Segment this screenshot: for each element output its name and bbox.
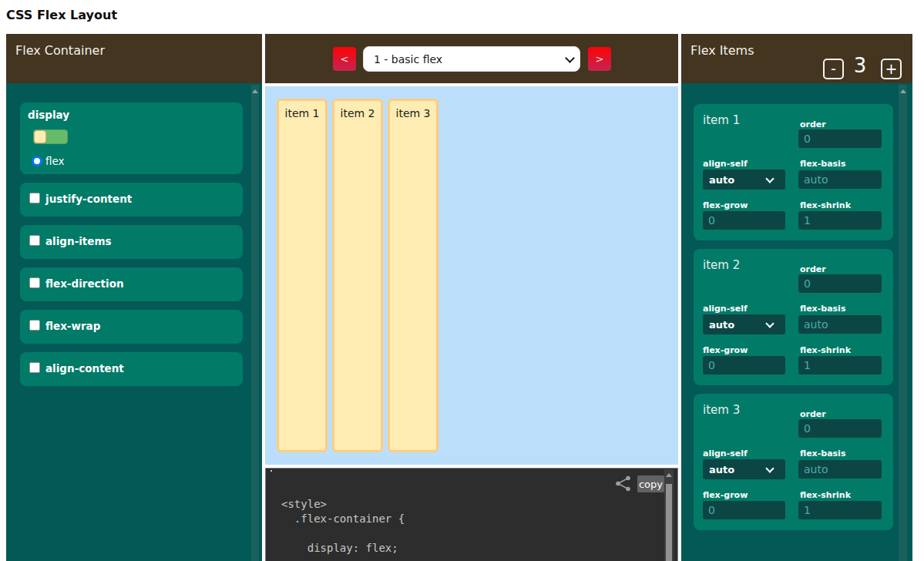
flex-basis-label: flex-basis bbox=[800, 159, 845, 169]
right-panel-scrollbar[interactable] bbox=[899, 85, 907, 561]
code-block: <style> .flex-container { display: flex; bbox=[281, 497, 405, 556]
display-card: display flex bbox=[20, 102, 243, 174]
flex-container-preview: item 1 item 2 item 3 bbox=[265, 86, 678, 465]
item-count: 3 bbox=[845, 54, 875, 77]
order-label: order bbox=[800, 119, 826, 129]
code-scrollbar-thumb[interactable] bbox=[666, 484, 672, 561]
item-1-name: item 1 bbox=[703, 113, 740, 127]
add-item-button[interactable]: + bbox=[881, 59, 902, 79]
align-items-label: align-items bbox=[45, 235, 112, 247]
code-scrollbar[interactable] bbox=[664, 469, 674, 561]
flex-direction-card: flex-direction bbox=[20, 267, 243, 301]
flex-direction-label: flex-direction bbox=[45, 277, 124, 290]
flex-items-panel-title: Flex Items bbox=[690, 43, 754, 58]
align-self-label: align-self bbox=[703, 448, 748, 459]
align-content-label: align-content bbox=[45, 362, 124, 375]
align-self-label: align-self bbox=[703, 304, 748, 314]
item-3-align-self-select[interactable]: auto bbox=[703, 459, 785, 479]
item-1-flex-shrink-input[interactable] bbox=[798, 211, 882, 230]
item-2-flex-shrink-input[interactable] bbox=[798, 356, 882, 375]
flex-grow-label: flex-grow bbox=[703, 200, 748, 210]
copy-button[interactable]: copy bbox=[637, 475, 664, 492]
item-2-flex-grow-input[interactable] bbox=[703, 356, 785, 375]
flex-basis-label: flex-basis bbox=[800, 304, 845, 314]
page: CSS Flex Layout Flex Container display f… bbox=[0, 0, 924, 561]
flex-container-panel-title: Flex Container bbox=[15, 43, 105, 58]
code-panel: <style> .flex-container { display: flex;… bbox=[265, 468, 678, 561]
scroll-up-icon[interactable] bbox=[252, 89, 258, 93]
align-content-card: align-content bbox=[20, 352, 243, 386]
flex-basis-label: flex-basis bbox=[800, 448, 845, 459]
code-cursor-dot bbox=[270, 470, 272, 472]
item-3-name: item 3 bbox=[703, 403, 740, 417]
item-1-align-self-select[interactable]: auto bbox=[703, 170, 785, 190]
flex-direction-checkbox[interactable] bbox=[29, 277, 40, 288]
left-panel-scrollbar[interactable] bbox=[251, 85, 259, 561]
code-line bbox=[281, 526, 405, 541]
flex-wrap-checkbox[interactable] bbox=[29, 320, 40, 331]
align-self-label: align-self bbox=[703, 159, 748, 169]
justify-content-checkbox[interactable] bbox=[29, 193, 40, 203]
flex-container-panel-header: Flex Container bbox=[6, 34, 262, 83]
align-items-checkbox[interactable] bbox=[29, 235, 40, 246]
item-3-flex-grow-input[interactable] bbox=[703, 501, 785, 519]
item-3-flex-basis-input[interactable] bbox=[798, 460, 882, 479]
prev-example-button[interactable]: < bbox=[333, 47, 356, 71]
page-title: CSS Flex Layout bbox=[6, 8, 117, 22]
align-content-checkbox[interactable] bbox=[29, 362, 40, 373]
display-toggle[interactable] bbox=[33, 129, 68, 144]
scroll-up-icon[interactable] bbox=[900, 89, 906, 93]
flex-wrap-label: flex-wrap bbox=[45, 320, 100, 332]
item-2-order-input[interactable] bbox=[798, 274, 882, 293]
align-items-card: align-items bbox=[20, 225, 243, 259]
order-label: order bbox=[800, 264, 826, 274]
next-example-button[interactable]: > bbox=[588, 47, 611, 71]
item-1-flex-grow-input[interactable] bbox=[703, 211, 785, 230]
flex-container-panel: Flex Container display flex justify-cont… bbox=[6, 34, 262, 561]
item-1-flex-basis-input[interactable] bbox=[798, 170, 882, 189]
flex-grow-label: flex-grow bbox=[703, 345, 748, 355]
item-3-order-input[interactable] bbox=[798, 419, 882, 438]
flex-item-3: item 3 bbox=[388, 99, 438, 452]
code-scroll-up-icon[interactable] bbox=[666, 473, 672, 477]
flex-grow-label: flex-grow bbox=[703, 490, 748, 500]
justify-content-card: justify-content bbox=[20, 183, 243, 217]
flex-shrink-label: flex-shrink bbox=[800, 200, 851, 210]
code-line: .flex-container { bbox=[281, 512, 405, 526]
item-2-align-self-select[interactable]: auto bbox=[703, 314, 785, 334]
share-icon[interactable] bbox=[613, 475, 633, 492]
example-select[interactable]: 1 - basic flex bbox=[363, 46, 580, 72]
flex-shrink-label: flex-shrink bbox=[800, 345, 851, 355]
item-1-order-input[interactable] bbox=[798, 129, 882, 148]
item-3-flex-shrink-input[interactable] bbox=[798, 501, 882, 519]
display-toggle-knob bbox=[34, 130, 46, 143]
order-label: order bbox=[800, 409, 826, 419]
item-1-card: item 1 order align-self flex-basis auto … bbox=[694, 104, 893, 240]
display-label: display bbox=[28, 109, 69, 121]
code-line: display: flex; bbox=[281, 541, 405, 556]
preview-header: < 1 - basic flex > bbox=[265, 34, 678, 83]
flex-shrink-label: flex-shrink bbox=[800, 490, 851, 500]
flex-wrap-card: flex-wrap bbox=[20, 310, 243, 344]
code-line: <style> bbox=[281, 497, 405, 512]
item-3-card: item 3 order align-self flex-basis auto … bbox=[694, 394, 893, 530]
flex-items-panel: Flex Items - 3 + item 1 order align-self… bbox=[681, 34, 912, 561]
justify-content-label: justify-content bbox=[45, 193, 132, 205]
flex-items-panel-header: Flex Items - 3 + bbox=[681, 34, 912, 83]
remove-item-button[interactable]: - bbox=[823, 59, 844, 79]
item-2-flex-basis-input[interactable] bbox=[798, 315, 882, 334]
item-2-card: item 2 order align-self flex-basis auto … bbox=[694, 249, 893, 385]
flex-radio-label: flex bbox=[45, 155, 65, 167]
item-2-name: item 2 bbox=[703, 258, 740, 272]
flex-item-1: item 1 bbox=[277, 99, 328, 452]
flex-item-2: item 2 bbox=[332, 99, 383, 452]
flex-radio[interactable] bbox=[32, 156, 42, 166]
